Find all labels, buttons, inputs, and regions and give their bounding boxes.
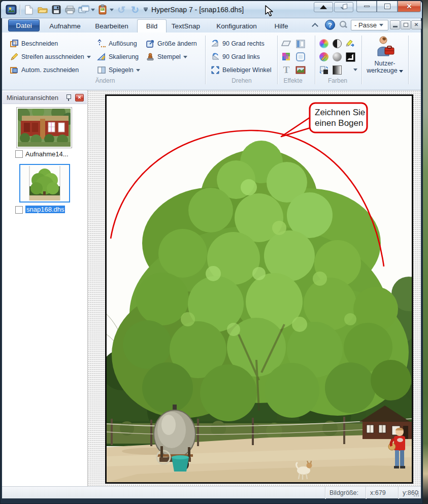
thumbnail1-checkbox[interactable] — [15, 150, 23, 158]
gray-sphere-icon[interactable] — [331, 51, 343, 62]
emboss-effect-icon[interactable] — [294, 51, 307, 62]
resize-label: Größe ändern — [157, 40, 197, 47]
mirror-button[interactable]: Spiegeln — [95, 64, 142, 76]
thumbnail2-checkbox[interactable] — [15, 206, 23, 214]
cut-strips-caret — [87, 56, 91, 58]
mdi-minimize-button[interactable] — [390, 20, 400, 29]
restore-icon — [385, 4, 390, 9]
paste-dropdown-caret[interactable] — [110, 9, 114, 11]
snap168-image[interactable]: Zeichnen Sie einen Bogen — [105, 94, 413, 484]
grayscale-icon[interactable] — [331, 38, 343, 49]
highlight-color-icon[interactable] — [344, 38, 356, 49]
undo-icon[interactable]: ↺ — [115, 4, 127, 16]
tab-bearbeiten[interactable]: Bearbeiten — [87, 20, 136, 32]
collapse-ribbon-icon[interactable] — [313, 23, 317, 26]
picture-frame-effect-icon[interactable] — [294, 64, 307, 76]
tab-aufnahme-label: Aufnahme — [49, 22, 81, 30]
mirror-label: Spiegeln — [109, 66, 134, 74]
tab-hilfe-label: Hilfe — [274, 22, 288, 30]
ribbon-tab-bar: Datei Aufnahme Bearbeiten Bild TextSnap … — [2, 18, 421, 32]
user-tools-caret — [399, 70, 403, 73]
toolbar-separator — [20, 5, 20, 15]
editor-canvas[interactable]: Zeichnen Sie einen Bogen — [87, 90, 421, 486]
thumbnails-panel-title: Miniaturansichten — [7, 94, 58, 102]
rotate-any-angle-button[interactable]: Beliebiger Winkel — [209, 64, 273, 76]
paste-capture-icon[interactable] — [96, 4, 109, 16]
titlebar: ↺ ↻ HyperSnap 7 - [snap168.dhs] ✕ — [1, 1, 422, 18]
window-title: HyperSnap 7 - [snap168.dhs] — [151, 6, 244, 14]
zoom-tool-icon[interactable] — [338, 20, 348, 30]
gradient-icon[interactable] — [331, 64, 343, 76]
rotate-left-label: 90 Grad links — [222, 53, 260, 60]
pin-window-button[interactable] — [334, 2, 353, 12]
crop-icon — [10, 39, 19, 48]
mdi-restore-icon — [404, 23, 408, 27]
panel-close-button[interactable]: ✕ — [75, 94, 84, 102]
close-button[interactable]: ✕ — [398, 1, 421, 12]
user-tools-button[interactable]: Nutzer- werkzeuge — [364, 35, 406, 82]
tab-aufnahme[interactable]: Aufnahme — [44, 20, 86, 32]
capture-window-icon[interactable] — [78, 4, 90, 16]
auto-crop-button[interactable]: Autom. zuschneiden — [8, 64, 80, 76]
app-icon[interactable] — [5, 4, 17, 16]
capture-dropdown-caret[interactable] — [91, 9, 95, 11]
rotate-left-button[interactable]: 90 Grad links — [209, 51, 261, 62]
minimize-button[interactable] — [356, 1, 377, 12]
text-effect-icon[interactable]: T — [280, 64, 292, 76]
stamp-button[interactable]: Stempel — [144, 51, 189, 62]
toolbar-options-icon[interactable] — [144, 8, 148, 12]
pencil-icon — [10, 52, 19, 61]
tab-hilfe[interactable]: Hilfe — [268, 20, 294, 32]
thumbnails-panel-header: Miniaturansichten ✕ — [3, 91, 87, 104]
scaling-button[interactable]: Skalierung — [95, 51, 140, 62]
thumbnail2-label[interactable]: snap168.dhs — [25, 206, 65, 213]
zoom-fit-value: - Passe — [354, 21, 377, 29]
resolution-button[interactable]: Auflösung — [95, 38, 139, 49]
zoom-fit-dropdown[interactable]: - Passe — [351, 20, 388, 30]
restore-button[interactable] — [377, 1, 398, 12]
thumbnails-panel: Miniaturansichten ✕ — [2, 90, 87, 486]
quick-access-toolbar: ↺ ↻ — [5, 3, 148, 16]
group-separator — [315, 36, 315, 84]
resize-button[interactable]: Größe ändern — [144, 38, 199, 49]
mirror-icon — [97, 65, 106, 75]
tab-bild[interactable]: Bild — [137, 19, 167, 32]
stamp-caret — [183, 56, 187, 58]
mosaic-effect-icon[interactable] — [280, 51, 292, 62]
save-icon[interactable] — [50, 4, 62, 16]
thumbnail1-label[interactable]: Aufnahme14... — [25, 150, 69, 158]
triangle-up-icon — [320, 5, 327, 9]
new-document-icon[interactable] — [23, 4, 35, 16]
resize-icon — [146, 39, 155, 48]
invert-colors-icon[interactable] — [344, 51, 356, 62]
shear-effect-icon[interactable] — [280, 38, 292, 49]
swap-colors-icon[interactable] — [318, 64, 330, 76]
tab-textsnap[interactable]: TextSnap — [168, 20, 204, 32]
open-folder-icon[interactable] — [37, 4, 49, 16]
color-wheel-icon[interactable] — [318, 38, 330, 49]
cut-strips-button[interactable]: Streifen ausschneiden — [8, 51, 92, 62]
mdi-restore-button[interactable] — [401, 20, 411, 29]
print-icon[interactable] — [64, 4, 76, 16]
capture-again-button[interactable] — [314, 2, 333, 12]
window-effect-icon[interactable] — [294, 38, 307, 49]
rotate-left-icon — [211, 52, 220, 61]
tab-bild-label: Bild — [146, 22, 158, 30]
colors-more-caret[interactable] — [353, 69, 357, 71]
tab-datei[interactable]: Datei — [8, 19, 40, 31]
user-tools-label-line1: Nutzer- — [364, 60, 406, 67]
redo-icon[interactable]: ↻ — [129, 4, 141, 16]
group-label-farben: Farben — [316, 77, 359, 85]
crop-button[interactable]: Beschneiden — [8, 38, 59, 49]
rotate-right-button[interactable]: 90 Grad rechts — [209, 38, 266, 49]
help-icon[interactable]: ? — [325, 20, 335, 30]
resize-grip[interactable] — [413, 490, 419, 497]
thumbnail-snap168[interactable] — [19, 164, 70, 203]
panel-pin-icon[interactable] — [65, 94, 72, 101]
tab-konfiguration[interactable]: Konfiguration — [209, 20, 264, 32]
bubble-text-line2: einen Bogen — [315, 118, 363, 128]
thumbnail-aufnahme14[interactable] — [16, 107, 72, 148]
mdi-close-button[interactable]: ✕ — [411, 20, 421, 29]
color-replace-icon[interactable] — [318, 51, 330, 62]
rotate-any-angle-label: Beliebiger Winkel — [222, 66, 272, 74]
